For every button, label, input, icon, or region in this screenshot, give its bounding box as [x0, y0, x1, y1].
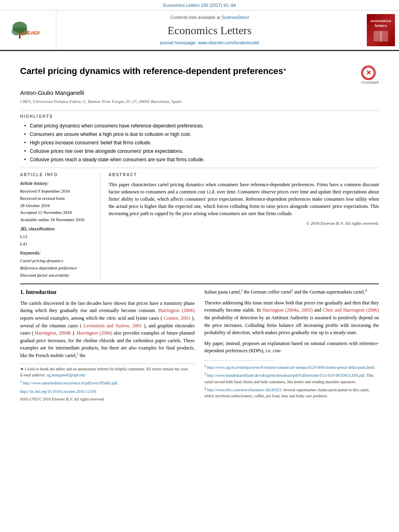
- body-columns: 1. Introduction The cartels discovered i…: [20, 288, 379, 404]
- page-wrapper: Economics Letters 150 (2017) 91–94 ELSEV…: [0, 0, 399, 532]
- journal-homepage: journal homepage: www.elsevier.com/locat…: [160, 40, 259, 46]
- keywords: Cartel pricing dynamics Reference-depend…: [20, 257, 95, 279]
- elsevier-logo: ELSEVIER: [8, 19, 52, 41]
- main-content: Cartel pricing dynamics with reference-d…: [0, 51, 399, 412]
- jel-codes: L13 L41: [20, 233, 95, 247]
- highlights-header: HIGHLIGHTS: [20, 110, 379, 119]
- highlight-item: Cartel pricing dynamics when consumers h…: [24, 123, 379, 129]
- highlight-item: High prices increase consumers' belief t…: [24, 140, 379, 146]
- svg-text:ELSEVIER: ELSEVIER: [20, 31, 40, 35]
- doi-line: http://dx.doi.org/10.1016/j.econlet.2016…: [20, 388, 195, 394]
- journal-title: Economics Letters: [167, 23, 251, 38]
- harrington-2006-ref2[interactable]: Harrington (2006): [77, 330, 112, 336]
- harrington-2006-ref[interactable]: Harrington (2006): [158, 308, 195, 313]
- journal-citation: Economics Letters 150 (2017) 91–94: [163, 3, 236, 8]
- header-right: economics letters: [363, 10, 399, 50]
- body-right-col: Italian pasta cartel,2 the German coffee…: [204, 288, 379, 404]
- footnote-1-link[interactable]: http://www.autoritedelaconcurrence.fr/pd…: [23, 381, 117, 385]
- highlights-list: Cartel pricing dynamics when consumers h…: [24, 123, 379, 163]
- crossmark-container: ✕ CrossMark: [361, 66, 379, 85]
- keywords-label: Keywords:: [20, 251, 95, 256]
- highlight-item: Collusive prices rise over time alongsid…: [24, 148, 379, 155]
- history-label: Article history:: [20, 181, 95, 187]
- journal-badge: economics letters: [367, 14, 395, 46]
- svg-text:✕: ✕: [366, 69, 371, 76]
- received-date: Received 9 September 2016 Received in re…: [20, 188, 95, 223]
- top-bar: Economics Letters 150 (2017) 91–94: [0, 0, 399, 10]
- intro-para-1: The cartels discovered in the last decad…: [20, 300, 195, 359]
- footnote-1: 1 http://www.autoritedelaconcurrence.fr/…: [20, 380, 195, 386]
- right-footnote-divider: [204, 360, 274, 361]
- doi-link[interactable]: http://dx.doi.org/10.1016/j.econlet.2016…: [20, 389, 96, 394]
- affiliation: CRES, Universitat Pompeu Fabra, C, Ramon…: [20, 99, 379, 105]
- right-para-1: Italian pasta cartel,2 the German coffee…: [204, 288, 379, 296]
- title-footnote-star: ★: [283, 68, 286, 72]
- crossmark-logo: ✕: [361, 66, 376, 80]
- footnote-3: 3 http://www.bundeskartellamt.de/wEnglis…: [204, 372, 379, 384]
- abstract-header: ABSTRACT: [109, 172, 379, 178]
- email-label: E-mail address:: [20, 373, 46, 377]
- jel-label: JEL classification:: [20, 226, 95, 232]
- article-title: Cartel pricing dynamics with reference-d…: [20, 66, 355, 77]
- abstract-col: ABSTRACT This paper characterizes cartel…: [109, 172, 379, 279]
- levenstein-ref[interactable]: Levenstein and Suslow, 2001: [83, 323, 142, 329]
- chen-harrington-ref[interactable]: Chen and Harrington (2006): [323, 307, 379, 313]
- highlight-item: Collusive prices reach a steady-state wh…: [24, 156, 379, 163]
- email-link[interactable]: ag.manganelli@upf.edu: [47, 373, 85, 377]
- homepage-link[interactable]: www.elsevier.com/locate/ecolet: [198, 40, 259, 45]
- intro-section-title: 1. Introduction: [20, 288, 195, 296]
- right-para-2: Theories addressing this issue must show…: [204, 299, 379, 337]
- abstract-text: This paper characterizes cartel pricing …: [109, 181, 379, 217]
- copyright: © 2016 Elsevier B.V. All rights reserved…: [109, 220, 379, 226]
- article-info-abstract: ARTICLE INFO Article history: Received 9…: [20, 168, 379, 279]
- intro-divider: [20, 283, 379, 284]
- svg-rect-6: [374, 31, 380, 41]
- harrington-2004b-ref[interactable]: Harrington, 2004b: [35, 330, 71, 336]
- crossmark-label: CrossMark: [361, 80, 379, 85]
- right-para-3: My paper, instead, proposes an explanati…: [204, 340, 379, 355]
- harrington-2004a-ref[interactable]: Harrington (2004a, 2005): [262, 307, 313, 313]
- header-left: ELSEVIER: [0, 10, 56, 50]
- issn-line: 0165-1765/© 2016 Elsevier B.V. All right…: [20, 396, 195, 402]
- sciencedirect-link[interactable]: ScienceDirect: [222, 15, 249, 20]
- connor-2001-ref[interactable]: Connor, 2001: [164, 315, 190, 321]
- footnote-4-link[interactable]: http://www.bbc.com/news/business-3624502…: [207, 388, 282, 392]
- body-left-col: 1. Introduction The cartels discovered i…: [20, 288, 195, 404]
- footnote-4: 4 http://www.bbc.com/news/business-36245…: [204, 386, 379, 399]
- footnote-3-link[interactable]: http://www.bundeskartellamt.de/wEnglish/…: [207, 374, 365, 378]
- footnote-2: 2 http://www.agcm.it/stampa/news/8-notiz…: [204, 364, 379, 370]
- header-area: ELSEVIER Contents lists available at Sci…: [0, 10, 399, 51]
- author-name: Anton-Giulio Manganelli: [20, 88, 379, 97]
- contents-available: Contents lists available at ScienceDirec…: [170, 14, 249, 21]
- header-center: Contents lists available at ScienceDirec…: [56, 10, 363, 50]
- star-footnote: ★ I wish to thank the editor and an anon…: [20, 364, 195, 372]
- footnote-2-link[interactable]: http://www.agcm.it/stampa/news/8-notizie…: [207, 365, 374, 370]
- article-info-col: ARTICLE INFO Article history: Received 9…: [20, 172, 101, 279]
- highlight-item: Consumers are unsure whether a high pric…: [24, 131, 379, 138]
- email-footnote: E-mail address: ag.manganelli@upf.edu: [20, 372, 195, 378]
- svg-rect-7: [381, 31, 388, 41]
- article-info-label: ARTICLE INFO: [20, 172, 95, 178]
